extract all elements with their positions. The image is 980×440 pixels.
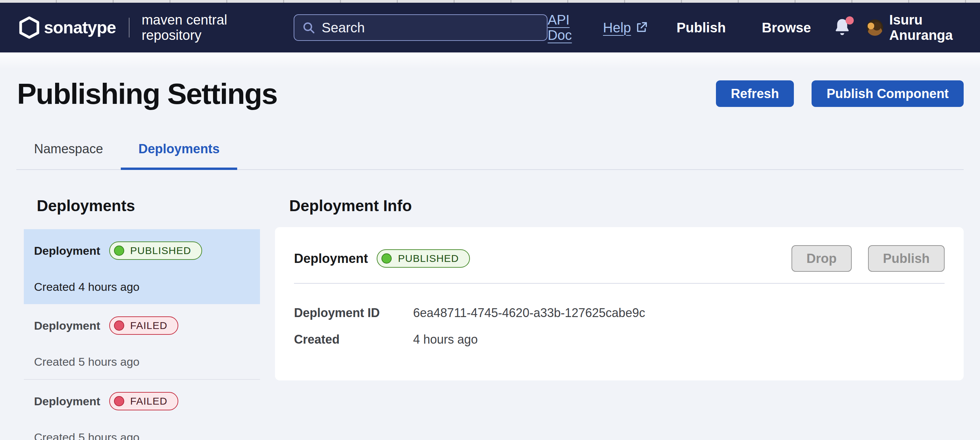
drop-button[interactable]: Drop bbox=[791, 245, 852, 272]
status-badge-label: FAILED bbox=[130, 395, 167, 407]
deployments-list-heading: Deployments bbox=[37, 197, 260, 214]
deployment-info-card: Deployment PUBLISHED Drop Publish Deploy… bbox=[275, 227, 964, 380]
deployment-item-title: Deployment bbox=[34, 319, 100, 332]
main-content: Deployments Deployment PUBLISHED Created… bbox=[16, 197, 964, 440]
browser-tab-strip bbox=[0, 0, 980, 3]
page-content: Publishing Settings Refresh Publish Comp… bbox=[0, 75, 980, 440]
help-label: Help bbox=[603, 20, 631, 35]
user-avatar[interactable] bbox=[867, 19, 883, 36]
deployment-item-created: Created 5 hours ago bbox=[34, 355, 250, 370]
status-dot-icon bbox=[114, 396, 124, 406]
status-dot-icon bbox=[114, 320, 124, 331]
deployment-list-item[interactable]: Deployment FAILED Created 5 hours ago bbox=[24, 304, 260, 379]
sonatype-logo[interactable]: sonatype bbox=[19, 16, 116, 39]
deployment-item-title: Deployment bbox=[34, 395, 100, 408]
status-dot-icon bbox=[382, 253, 392, 264]
tab-namespace[interactable]: Namespace bbox=[16, 135, 121, 169]
nav-browse[interactable]: Browse bbox=[762, 20, 811, 35]
deployment-item-row: Deployment FAILED bbox=[34, 392, 250, 410]
deployment-list-item[interactable]: Deployment FAILED Created 5 hours ago bbox=[24, 379, 260, 440]
brand-name: sonatype bbox=[44, 18, 116, 37]
deployment-list-item-selected[interactable]: Deployment PUBLISHED Created 4 hours ago bbox=[24, 229, 260, 304]
search-input[interactable] bbox=[321, 20, 539, 35]
field-value-created: 4 hours ago bbox=[413, 332, 478, 347]
field-label: Deployment ID bbox=[294, 306, 413, 320]
status-badge-failed: FAILED bbox=[109, 316, 178, 335]
field-value-deployment-id: 6ea48711-4745-4620-a33b-127625cabe9c bbox=[413, 306, 645, 320]
deployment-item-row: Deployment PUBLISHED bbox=[34, 241, 250, 260]
status-dot-icon bbox=[114, 246, 124, 256]
status-badge-failed: FAILED bbox=[109, 392, 178, 410]
deployment-info-card-header: Deployment PUBLISHED Drop Publish bbox=[294, 245, 945, 272]
status-badge-published: PUBLISHED bbox=[377, 249, 469, 268]
publish-button[interactable]: Publish bbox=[868, 245, 945, 272]
header-buttons: Refresh Publish Component bbox=[716, 80, 964, 107]
nav-divider bbox=[129, 18, 130, 37]
deployment-info-heading: Deployment Info bbox=[289, 197, 964, 214]
api-doc-link[interactable]: API Doc bbox=[547, 12, 579, 43]
top-navbar: sonatype maven central repository API Do… bbox=[0, 3, 980, 53]
deployment-item-created: Created 5 hours ago bbox=[34, 431, 250, 440]
help-link[interactable]: Help bbox=[603, 20, 648, 35]
tab-bar: Namespace Deployments bbox=[16, 135, 964, 170]
deployment-info-panel: Deployment Info Deployment PUBLISHED Dro… bbox=[275, 197, 964, 380]
nav-right-group: API Doc Help Publish Browse Isuru Anuran… bbox=[547, 12, 953, 43]
status-badge-label: FAILED bbox=[130, 320, 167, 332]
page-header: Publishing Settings Refresh Publish Comp… bbox=[16, 75, 964, 112]
deployments-list-panel: Deployments Deployment PUBLISHED Created… bbox=[16, 197, 260, 440]
deployment-item-row: Deployment FAILED bbox=[34, 316, 250, 335]
deployment-fields: Deployment ID 6ea48711-4745-4620-a33b-12… bbox=[294, 306, 945, 347]
status-badge-label: PUBLISHED bbox=[398, 253, 459, 264]
publish-component-button[interactable]: Publish Component bbox=[811, 80, 964, 107]
deployments-list: Deployment PUBLISHED Created 4 hours ago… bbox=[24, 229, 260, 440]
field-row-created: Created 4 hours ago bbox=[294, 332, 945, 347]
card-divider bbox=[294, 283, 945, 284]
tab-deployments[interactable]: Deployments bbox=[121, 135, 237, 169]
search-icon bbox=[302, 21, 315, 34]
deployment-item-title: Deployment bbox=[34, 244, 100, 257]
status-badge-label: PUBLISHED bbox=[130, 245, 191, 257]
deployment-actions: Drop Publish bbox=[791, 245, 945, 272]
field-row-deployment-id: Deployment ID 6ea48711-4745-4620-a33b-12… bbox=[294, 306, 945, 320]
deployment-info-title: Deployment bbox=[294, 251, 368, 266]
api-doc-label: API Doc bbox=[547, 12, 579, 43]
notifications-button[interactable] bbox=[833, 18, 851, 37]
user-name[interactable]: Isuru Anuranga bbox=[889, 12, 953, 43]
product-name: maven central repository bbox=[142, 12, 272, 43]
external-link-icon bbox=[635, 21, 648, 34]
notification-dot bbox=[846, 16, 854, 24]
search-box[interactable] bbox=[294, 14, 547, 41]
hexagon-logo-icon bbox=[19, 16, 40, 39]
refresh-button[interactable]: Refresh bbox=[716, 80, 794, 107]
status-badge-published: PUBLISHED bbox=[109, 241, 202, 260]
deployment-item-created: Created 4 hours ago bbox=[34, 280, 250, 295]
page-title: Publishing Settings bbox=[17, 77, 277, 111]
field-label: Created bbox=[294, 332, 413, 347]
nav-publish[interactable]: Publish bbox=[676, 20, 725, 35]
navbar-shadow bbox=[0, 53, 980, 69]
